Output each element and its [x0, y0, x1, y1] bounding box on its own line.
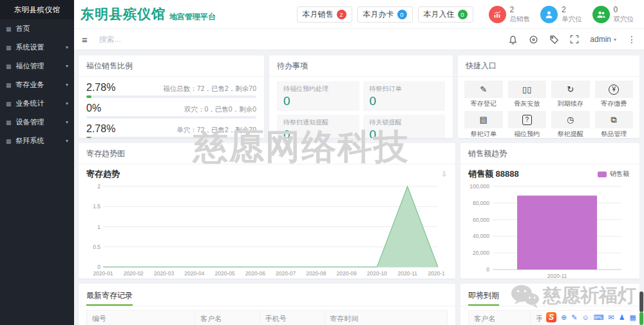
top-cards-row: 福位销售比例 2.78% 福位总数：72，已售2，剩余70 0%	[79, 55, 639, 138]
chart-title: 销售额 88888	[468, 168, 519, 180]
bell-icon[interactable]	[508, 35, 518, 44]
ime-skin-icon[interactable]: ♟	[619, 314, 625, 321]
people-icon	[592, 6, 610, 23]
column-header: 编号	[87, 311, 195, 325]
stat-total-sales: 2 总销售	[489, 6, 531, 23]
ime-pen-icon[interactable]: ✎	[571, 314, 577, 321]
stat-single-niche: 2 单穴位	[540, 6, 582, 23]
progress-bar	[86, 95, 256, 98]
svg-text:2020-02: 2020-02	[124, 270, 144, 277]
quick-entry-sacrifice-reminder[interactable]: ◷ 祭祀提醒	[551, 111, 590, 138]
sidebar-item-business-stats[interactable]: ▦ 业务统计 ▾	[0, 94, 74, 113]
menu-grid-icon: ▦	[6, 119, 12, 126]
column-header: 客户名	[469, 311, 531, 325]
menu-grid-icon: ▦	[6, 138, 12, 144]
input-method-bar: S ⊕ ✎ ☺ ⌨ ✉ ♟ ▦	[542, 311, 640, 324]
chip-month-cards[interactable]: 本月办卡 0	[357, 6, 413, 23]
todo-item[interactable]: 待祭扫通知提醒 0	[277, 115, 359, 138]
chevron-down-icon: ▾	[66, 101, 68, 106]
tag-icon[interactable]	[549, 35, 559, 44]
sidebar-item-system-settings[interactable]: ▦ 系统设置 ▾	[0, 38, 74, 57]
scan-icon: ▯▯	[522, 85, 531, 94]
svg-text:2020-11: 2020-11	[547, 273, 567, 279]
svg-text:20,000: 20,000	[473, 250, 489, 256]
ime-toolbox-icon[interactable]: ▦	[630, 314, 636, 321]
svg-text:60,000: 60,000	[473, 217, 489, 223]
booking-doc-icon: ?	[522, 115, 532, 125]
chip-month-sales[interactable]: 本月销售 2	[297, 6, 352, 23]
scrollbar-thumb[interactable]	[639, 291, 643, 312]
todo-item[interactable]: 待福位预约处理 0	[277, 81, 359, 111]
brand-subtitle: 地宫管理平台	[169, 12, 216, 23]
latest-records-table: 编号 客户名 手机号 寄存时间 REG-186420201114144615 哈…	[86, 310, 448, 325]
quick-entry-card: 快捷入口 ✎ 寄存登记 ▯▯ 骨灰安放 ↻ 到期续存	[458, 55, 639, 138]
column-header: 客户名	[195, 311, 260, 325]
fullscreen-icon[interactable]	[570, 35, 579, 44]
svg-text:1: 1	[97, 224, 100, 230]
more-options-icon[interactable]: ⋮	[627, 34, 636, 44]
chart-legend: 销售额	[598, 170, 629, 179]
sidebar: 东明县殡仪馆 ▦ 首页 ▦ 系统设置 ▾ ▦ 福位管理 ▾ ▦ 寄存业务 ▾	[0, 0, 74, 325]
quick-entry-renew[interactable]: ↻ 到期续存	[551, 81, 590, 108]
card-title: 待办事项	[269, 55, 453, 77]
header-stats: 2 总销售 2 单穴位	[489, 6, 634, 23]
quick-entry-niche-booking[interactable]: ? 福位预约	[508, 111, 547, 138]
sidebar-item-niche-management[interactable]: ▦ 福位管理 ▾	[0, 57, 74, 75]
column-header: 手机号	[260, 311, 325, 325]
chip-month-checkin[interactable]: 本月入住 0	[418, 6, 473, 23]
quick-entry-sacrifice-orders[interactable]: ▤ 祭祀订单	[464, 111, 503, 138]
ratio-row-single: 2.78% 单穴：72，已售2，剩余70	[86, 123, 256, 138]
sales-bar-chart: 020,00040,00060,00080,000100,0002020-11	[460, 180, 639, 279]
svg-text:2020-04: 2020-04	[184, 270, 204, 277]
ime-mode-icon[interactable]: ⊕	[561, 314, 567, 321]
ime-clipboard-icon[interactable]: ✉	[609, 314, 614, 321]
svg-text:100,000: 100,000	[469, 183, 489, 190]
svg-text:2020-10: 2020-10	[367, 270, 387, 277]
person-icon	[540, 6, 558, 23]
column-header: 寄存时间	[325, 311, 447, 325]
menu-grid-icon: ▦	[6, 44, 12, 51]
main-area: 东明县殡仪馆 地宫管理平台 本月销售 2 本月办卡 0 本月入住 0	[74, 0, 644, 325]
pencil-icon: ✎	[480, 85, 487, 94]
svg-text:40,000: 40,000	[473, 233, 489, 239]
card-title: 福位销售比例	[79, 55, 264, 77]
quick-entry-storage-register[interactable]: ✎ 寄存登记	[464, 81, 503, 108]
svg-text:2020-11: 2020-11	[397, 270, 417, 277]
ime-keyboard-icon[interactable]: ⌨	[594, 314, 604, 321]
menu-grid-icon: ▦	[6, 82, 12, 88]
message-icon[interactable]	[529, 35, 538, 44]
chevron-down-icon: ▾	[66, 63, 68, 69]
download-icon[interactable]: ⇩	[441, 170, 448, 179]
topbar: 东明县殡仪馆 地宫管理平台 本月销售 2 本月办卡 0 本月入住 0	[74, 0, 644, 29]
count-badge: 2	[337, 10, 346, 19]
progress-bar	[86, 137, 256, 138]
latest-records-card: 最新寄存记录 编号 客户名 手机号 寄存时间	[79, 284, 455, 325]
svg-text:2020-06: 2020-06	[245, 270, 265, 277]
menu-grid-icon: ▦	[6, 63, 12, 70]
quick-entry-payment[interactable]: ¥ 寄存缴费	[595, 81, 634, 108]
todo-item[interactable]: 待祭扫订单 0	[363, 81, 446, 111]
quick-entry-ash-placement[interactable]: ▯▯ 骨灰安放	[508, 81, 547, 108]
sidebar-item-storage-business[interactable]: ▦ 寄存业务 ▾	[0, 75, 74, 94]
month-stat-chips: 本月销售 2 本月办卡 0 本月入住 0	[297, 6, 473, 23]
sidebar-item-worship-system[interactable]: ▦ 祭拜系统 ▾	[0, 132, 74, 150]
todo-item[interactable]: 待关锁提醒 0	[363, 115, 446, 138]
quick-entry-offerings-management[interactable]: ⧉ 祭品管理	[595, 111, 634, 138]
chevron-down-icon: ▾	[66, 82, 68, 88]
svg-text:2020-07: 2020-07	[276, 270, 296, 277]
user-menu[interactable]: admin ▾	[590, 35, 616, 44]
sidebar-nav: ▦ 首页 ▦ 系统设置 ▾ ▦ 福位管理 ▾ ▦ 寄存业务 ▾ ▦ 业务统计	[0, 19, 74, 150]
charts-row: 寄存趋势图 寄存趋势 ⇩ 00.511.522020-012020-022020…	[79, 143, 639, 279]
tab-latest-records[interactable]: 最新寄存记录	[86, 290, 133, 306]
search-input[interactable]	[99, 35, 222, 44]
collapse-menu-icon[interactable]: ≡	[82, 34, 88, 45]
sogou-logo-icon[interactable]: S	[546, 312, 556, 322]
chevron-down-icon: ▾	[66, 138, 68, 144]
svg-text:80,000: 80,000	[473, 200, 489, 206]
card-title: 快捷入口	[458, 55, 639, 77]
sidebar-item-home[interactable]: ▦ 首页	[0, 19, 74, 38]
tab-expiring[interactable]: 即将到期	[468, 290, 499, 306]
sidebar-item-device-management[interactable]: ▦ 设备管理 ▾	[0, 113, 74, 132]
ime-emoji-icon[interactable]: ☺	[582, 314, 589, 321]
card-title: 销售额趋势	[460, 143, 639, 164]
